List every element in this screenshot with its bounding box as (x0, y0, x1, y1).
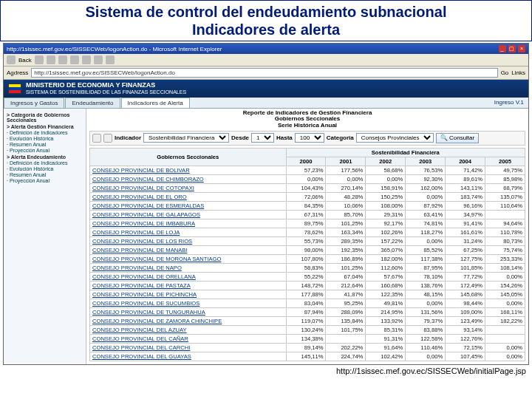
sidebar-header-categoria[interactable]: > Categoría de Gobiernos Seccionales (7, 112, 83, 123)
value-cell: 85,52% (406, 245, 446, 254)
table-row: CONSEJO PROVINCIAL DEL CARCHI89,14%202,2… (90, 343, 525, 352)
value-cell: 127,75% (446, 254, 485, 263)
gov-link[interactable]: CONSEJO PROVINCIAL DE PICHINCHA (90, 290, 287, 299)
gov-link[interactable]: CONSEJO PROVINCIAL DE EL ORO (90, 192, 287, 201)
maximize-icon[interactable]: ▢ (508, 45, 516, 52)
value-cell: 0,00% (485, 299, 525, 307)
minimize-icon[interactable]: _ (499, 45, 506, 52)
gov-link[interactable]: CONSEJO PROVINCIAL DE IMBABURA (90, 219, 287, 228)
login-link[interactable]: Ingreso V.1 (490, 98, 528, 108)
report-title-3: Serie Histórica Anual (278, 122, 337, 129)
slide-title-line1: Sistema de control del endeudamiento sub… (86, 4, 447, 20)
value-cell: 0,00% (366, 174, 406, 183)
gov-link[interactable]: CONSEJO PROVINCIAL DE PASTAZA (90, 281, 287, 290)
value-cell: 83,88% (406, 325, 446, 334)
gov-link[interactable]: CONSEJO PROVINCIAL DE MORONA SANTIAGO (90, 254, 287, 263)
gov-link[interactable]: CONSEJO PROVINCIAL DE LOS RIOS (90, 236, 287, 245)
gov-link[interactable]: CONSEJO PROVINCIAL DE LOJA (90, 228, 287, 236)
value-cell: 122,35% (366, 290, 406, 299)
value-cell: 107,45% (446, 352, 485, 361)
value-cell: 145,05% (485, 290, 525, 299)
value-cell (485, 210, 525, 219)
back-icon[interactable] (7, 55, 16, 64)
value-cell: 41,87% (326, 290, 366, 299)
gov-link[interactable]: CONSEJO PROVINCIAL DE TUNGURAHUA (90, 307, 287, 316)
gov-link[interactable]: CONSEJO PROVINCIAL DE GALAPAGOS (90, 210, 287, 219)
sidebar-item-proyeccion2[interactable]: · Proyección Anual (7, 178, 83, 183)
hasta-select[interactable]: 100 (295, 133, 324, 143)
value-cell: 49,81% (366, 299, 406, 307)
close-icon[interactable]: × (518, 45, 525, 52)
gov-link[interactable]: CONSEJO PROVINCIAL DEL CAÑAR (90, 334, 287, 343)
table-row: CONSEJO PROVINCIAL DE NAPO58,83%101,25%1… (90, 263, 525, 272)
table-row: CONSEJO PROVINCIAL DE ESMERALDAS84,35%10… (90, 201, 525, 210)
forward-icon[interactable] (35, 55, 44, 64)
value-cell: 0,00% (406, 236, 446, 245)
value-cell: 131,56% (406, 307, 446, 316)
gov-link[interactable]: CONSEJO PROVINCIAL DEL GUAYAS (90, 352, 287, 361)
tab-indicadores[interactable]: Indicadores de Alerta (121, 98, 190, 108)
gov-link[interactable]: CONSEJO PROVINCIAL DE CHIMBORAZO (90, 174, 287, 183)
col-year: 2005 (485, 157, 525, 166)
favorites-icon[interactable] (94, 55, 103, 64)
sidebar-header-gestion[interactable]: > Alerta Gestión Financiera (7, 124, 83, 129)
value-cell: 0,00% (485, 343, 525, 352)
gov-link[interactable]: CONSEJO PROVINCIAL DE BOLIVAR (90, 166, 287, 174)
history-icon[interactable] (106, 55, 115, 64)
value-cell: 84,35% (286, 201, 326, 210)
value-cell: 117,38% (406, 254, 446, 263)
gov-link[interactable]: CONSEJO PROVINCIAL DE ORELLANA (90, 272, 287, 281)
sidebar-item-definicion1[interactable]: · Definición de Indicadores (7, 130, 83, 135)
gov-link[interactable]: CONSEJO PROVINCIAL DE ESMERALDAS (90, 201, 287, 210)
value-cell: 31,24% (446, 236, 485, 245)
go-button[interactable]: Go (501, 69, 509, 76)
window-titlebar: http://1sissec.mef.gov.ec/SISSECWeb/logo… (4, 44, 528, 54)
categoria-select[interactable]: Consejos Provinciales (356, 133, 434, 143)
table-row: CONSEJO PROVINCIAL DE COTOPAXI104,43%270… (90, 183, 525, 192)
back-label[interactable]: Back (18, 57, 32, 64)
gov-link[interactable]: CONSEJO PROVINCIAL DE MANABI (90, 245, 287, 254)
excel-icon[interactable] (92, 134, 101, 143)
value-cell: 186,89% (326, 254, 366, 263)
print-icon[interactable] (103, 134, 112, 143)
sidebar-item-proyeccion1[interactable]: · Proyección Anual (7, 148, 83, 153)
sidebar-item-resumen1[interactable]: · Resumen Anual (7, 142, 83, 147)
value-cell: 123,49% (446, 316, 485, 325)
indicator-select[interactable]: Sostenibilidad Financiera (143, 133, 229, 143)
search-icon[interactable] (82, 55, 91, 64)
window-title: http://1sissec.mef.gov.ec/SISSECWeb/logo… (7, 46, 222, 52)
gov-link[interactable]: CONSEJO PROVINCIAL DE NAPO (90, 263, 287, 272)
gov-link[interactable]: CONSEJO PROVINCIAL DEL CARCHI (90, 343, 287, 352)
value-cell: 94,64% (485, 219, 525, 228)
value-cell: 168,11% (485, 307, 525, 316)
gov-link[interactable]: CONSEJO PROVINCIAL DEL AZUAY (90, 325, 287, 334)
tab-endeudamiento[interactable]: Endeudamiento (65, 98, 120, 108)
value-cell: 0,00% (406, 192, 446, 201)
address-input[interactable] (31, 68, 497, 78)
sidebar-item-resumen2[interactable]: · Resumen Anual (7, 172, 83, 177)
sidebar-header-endeudamiento[interactable]: > Alerta Endeudamiento (7, 154, 83, 160)
stop-icon[interactable] (47, 55, 55, 64)
sidebar-item-definicion2[interactable]: · Definición de Indicadores (7, 160, 83, 166)
desde-label: Desde (231, 134, 249, 141)
value-cell: 158,91% (366, 183, 406, 192)
value-cell: 57,23% (286, 166, 326, 174)
desde-select[interactable]: 1 (251, 133, 274, 143)
value-cell: 108,14% (485, 263, 525, 272)
consultar-button[interactable]: 🔍 Consultar (436, 133, 479, 143)
col-year: 2002 (366, 157, 406, 166)
table-row: CONSEJO PROVINCIAL DEL AZUAY130,24%101,7… (90, 325, 525, 334)
sidebar-item-evolucion1[interactable]: · Evolución Histórica (7, 136, 83, 141)
refresh-icon[interactable] (58, 55, 67, 64)
value-cell: 89,75% (286, 219, 326, 228)
value-cell: 365,07% (366, 245, 406, 254)
tab-ingresos[interactable]: Ingresos y Gastos (4, 98, 64, 108)
gov-link[interactable]: CONSEJO PROVINCIAL DE ZAMORA CHINCHIPE (90, 316, 287, 325)
col-year: 2000 (286, 157, 326, 166)
value-cell: 289,35% (326, 236, 366, 245)
report-title: Reporte de Indicadores de Gestión Financ… (89, 110, 525, 129)
sidebar-item-evolucion2[interactable]: · Evolución Histórica (7, 166, 83, 171)
gov-link[interactable]: CONSEJO PROVINCIAL DE SUCUMBIOS (90, 299, 287, 307)
gov-link[interactable]: CONSEJO PROVINCIAL DE COTOPAXI (90, 183, 287, 192)
home-icon[interactable] (70, 55, 79, 64)
